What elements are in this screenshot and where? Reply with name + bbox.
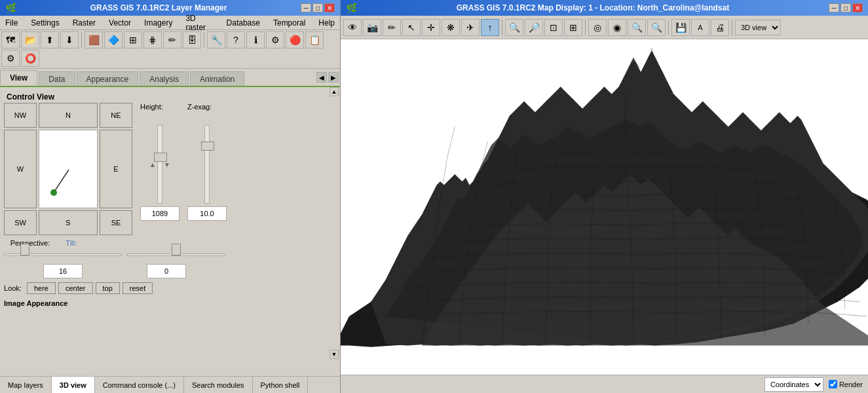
menu-database[interactable]: Database [224,18,263,28]
toolbar-open-btn[interactable]: 📂 [21,31,39,48]
look-center-button[interactable]: center [58,282,93,294]
toolbar-lifering-btn[interactable]: 🔴 [286,31,304,48]
map-text-button[interactable]: A [691,19,709,36]
map-zoom2-button[interactable]: 🔍 [647,19,666,36]
left-title-bar: 🌿 GRASS GIS 7.0.1RC2 Layer Manager ─ □ ✕ [0,0,340,16]
bottom-tab-map-layers[interactable]: Map layers [0,377,52,393]
status-bar: Coordinates Extent Map scale Render [341,375,868,393]
map-rotate-button[interactable]: ❋ [442,19,460,36]
toolbar-download-btn[interactable]: ⬇ [60,31,79,48]
look-here-button[interactable]: here [27,282,56,294]
bottom-tab-command-console[interactable]: Command console (...) [95,377,184,393]
right-maximize-button[interactable]: □ [840,3,851,12]
map-fly-button[interactable]: ✈ [461,19,480,36]
tab-animation[interactable]: Animation [190,71,244,86]
compass-se-button[interactable]: SE [100,210,132,235]
menu-imagery[interactable]: Imagery [142,18,175,28]
map-query-button[interactable]: ◎ [588,19,607,36]
tab-appearance[interactable]: Appearance [77,71,139,86]
tilt-slider-container[interactable] [127,248,225,261]
toolbar-digitize-btn[interactable]: ✏ [163,31,181,48]
map-zoom-extent-button[interactable]: ⊡ [544,19,563,36]
toolbar-add-grid-btn[interactable]: ⋕ [143,31,162,48]
height-input[interactable]: 1089 [140,206,179,221]
left-maximize-button[interactable]: □ [312,3,323,12]
compass-nw-button[interactable]: NW [4,103,37,128]
map-north-button[interactable]: ↑ [481,19,499,36]
map-pointer-button[interactable]: ↖ [402,19,421,36]
toolbar-info-btn[interactable]: ℹ [246,31,265,48]
right-minimize-button[interactable]: ─ [829,3,839,12]
look-reset-button[interactable]: reset [123,282,153,294]
tab-next-button[interactable]: ▶ [328,72,339,83]
scroll-up-button[interactable]: ▲ [330,87,339,96]
map-zoom-out-button[interactable]: 🔎 [525,19,543,36]
tilt-thumb[interactable] [172,244,181,255]
toolbar-db-btn[interactable]: 🗄 [183,31,201,48]
svg-line-0 [54,170,69,193]
tab-prev-button[interactable]: ◀ [316,72,327,83]
toolbar-upload-btn[interactable]: ⬆ [41,31,59,48]
save-icon: 💾 [675,22,687,33]
map-camera-button[interactable]: 📷 [363,19,381,36]
menu-settings[interactable]: Settings [28,18,62,28]
toolbar-help-btn[interactable]: ? [227,31,245,48]
perspective-input[interactable]: 16 [43,264,83,278]
toolbar-new-map-btn[interactable]: 🗺 [1,31,20,48]
height-slider-thumb[interactable] [154,153,167,162]
left-minimize-button[interactable]: ─ [301,3,311,12]
height-slider-track[interactable] [157,125,162,204]
compass-e-button[interactable]: E [100,130,132,208]
toolbar-add-raster-btn[interactable]: 🟫 [85,31,103,48]
toolbar-layers-btn[interactable]: 📋 [305,31,324,48]
bottom-tab-3dview[interactable]: 3D view [52,377,95,393]
map-pencil-button[interactable]: ✏ [383,19,401,36]
map-zoom-in-button[interactable]: 🔍 [505,19,523,36]
toolbar-module-btn[interactable]: 🔧 [207,31,225,48]
menu-raster[interactable]: Raster [70,18,98,28]
perspective-slider-container[interactable] [4,248,122,261]
look-top-button[interactable]: top [96,282,120,294]
bottom-tab-python-shell[interactable]: Python shell [253,377,309,393]
right-close-button[interactable]: ✕ [852,3,863,12]
menu-3draster[interactable]: 3D raster [183,13,216,33]
tab-analysis[interactable]: Analysis [140,71,189,86]
map-zoom-region-button[interactable]: ⊞ [564,19,582,36]
compass-s-button[interactable]: S [39,210,98,235]
toolbar-circle-btn[interactable]: ⭕ [21,50,39,67]
coordinates-select[interactable]: Coordinates Extent Map scale [764,377,823,392]
compass-n-button[interactable]: N [39,103,98,128]
map-print-button[interactable]: 🖨 [711,19,729,36]
zexag-input[interactable]: 10.0 [187,206,227,221]
tab-view[interactable]: View [0,70,37,86]
perspective-thumb[interactable] [20,244,29,255]
zexag-slider-thumb[interactable] [201,141,214,151]
map-measure-button[interactable]: ◉ [608,19,626,36]
map-eye-button[interactable]: 👁 [343,19,362,36]
render-checkbox[interactable] [829,380,837,388]
compass-ne-button[interactable]: NE [100,103,132,128]
add-raster-icon: 🟫 [88,35,100,45]
toolbar-add-vector-btn[interactable]: 🔷 [104,31,123,48]
tilt-input[interactable]: 0 [147,264,186,278]
map-save-button[interactable]: 💾 [671,19,690,36]
view-mode-select[interactable]: 3D view 2D view [735,20,781,35]
module-icon: 🔧 [211,35,222,45]
menu-help[interactable]: Help [316,18,337,28]
bottom-tab-search-modules[interactable]: Search modules [184,377,253,393]
menu-vector[interactable]: Vector [106,18,134,28]
toolbar-sep-2 [204,32,204,48]
toolbar-settings2-btn[interactable]: ⚙ [266,31,284,48]
toolbar-add-multimap-btn[interactable]: ⊞ [124,31,142,48]
scroll-down-button[interactable]: ▼ [330,350,339,359]
left-close-button[interactable]: ✕ [324,3,335,12]
compass-w-button[interactable]: W [4,130,37,208]
tab-data[interactable]: Data [39,71,75,86]
menu-file[interactable]: File [3,18,20,28]
menu-temporal[interactable]: Temporal [271,18,308,28]
map-zoom-map-button[interactable]: 🔍 [628,19,646,36]
map-pan-button[interactable]: ✛ [422,19,440,36]
compass-sw-button[interactable]: SW [4,210,37,235]
toolbar-more-btn[interactable]: ⚙ [1,50,20,67]
zexag-slider-track[interactable] [204,125,210,204]
